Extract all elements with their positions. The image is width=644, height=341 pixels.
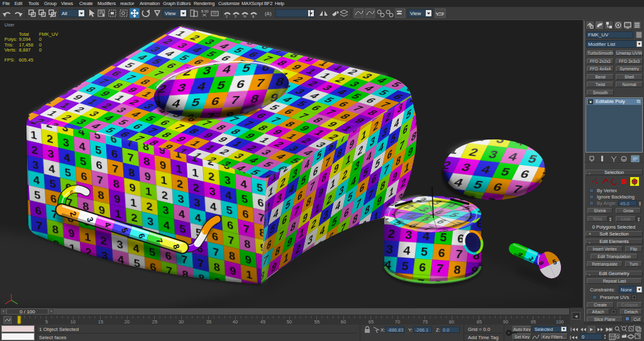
svg-text:70: 70: [395, 319, 400, 325]
svg-text:10: 10: [70, 319, 75, 325]
svg-text:90: 90: [503, 319, 508, 325]
svg-text:FMK_UV: FMK_UV: [39, 31, 58, 37]
svg-text:9,094: 9,094: [19, 36, 31, 42]
svg-text:0: 0: [18, 320, 20, 325]
svg-text:Polys:: Polys:: [4, 36, 17, 42]
svg-text:%: %: [243, 14, 247, 18]
svg-text:User: User: [4, 22, 14, 28]
svg-text:40: 40: [233, 319, 238, 325]
svg-text:2: 2: [226, 14, 228, 18]
svg-text:95: 95: [531, 319, 536, 325]
svg-text:0: 0: [39, 47, 42, 53]
svg-text:FPS:: FPS:: [4, 57, 15, 63]
svg-text:8,887: 8,887: [19, 47, 31, 53]
svg-text:65: 65: [369, 319, 374, 325]
svg-text:35: 35: [206, 319, 211, 325]
svg-text:5: 5: [45, 319, 48, 325]
svg-text:0: 0: [39, 36, 42, 42]
svg-text:View: View: [410, 11, 421, 16]
svg-text:Verts:: Verts:: [4, 47, 16, 53]
svg-text:3: 3: [235, 14, 236, 18]
svg-text:View: View: [165, 11, 175, 16]
svg-text:45: 45: [260, 319, 265, 325]
svg-text:15: 15: [98, 319, 103, 325]
svg-text:605.45: 605.45: [19, 57, 33, 63]
svg-text:100: 100: [556, 319, 564, 325]
svg-text:25: 25: [152, 319, 157, 325]
svg-text:85: 85: [477, 319, 482, 325]
svg-text:30: 30: [179, 319, 184, 325]
svg-text:55: 55: [314, 319, 319, 325]
svg-text:50: 50: [287, 319, 292, 325]
svg-text:(&): (&): [265, 11, 272, 16]
svg-text:All: All: [62, 11, 67, 16]
svg-text:75: 75: [423, 319, 428, 325]
svg-text:60: 60: [341, 319, 346, 325]
svg-text:20: 20: [125, 319, 130, 325]
svg-text:80: 80: [449, 319, 454, 325]
svg-text:8.00: 8.00: [201, 9, 209, 13]
